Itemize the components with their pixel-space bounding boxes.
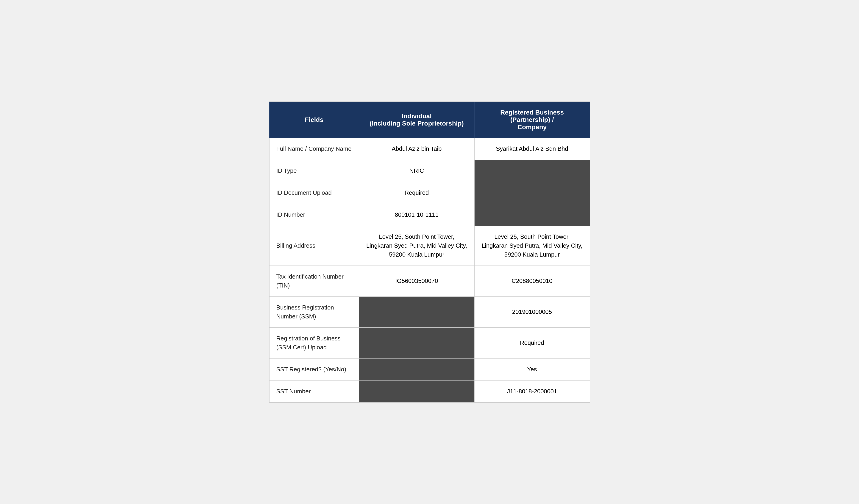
individual-value: NRIC: [359, 160, 474, 182]
header-fields: Fields: [269, 102, 359, 138]
table-row: SST Registered? (Yes/No)Yes: [269, 358, 590, 380]
business-value: J11-8018-2000001: [474, 380, 590, 402]
business-value: Required: [474, 327, 590, 358]
individual-value: Required: [359, 182, 474, 204]
field-label: ID Number: [269, 204, 359, 226]
header-individual: Individual(Including Sole Proprietorship…: [359, 102, 474, 138]
field-label: Tax Identification Number (TIN): [269, 266, 359, 297]
individual-value: [359, 297, 474, 327]
table-row: Registration of Business (SSM Cert) Uplo…: [269, 327, 590, 358]
business-value: Yes: [474, 358, 590, 380]
header-business: Registered Business (Partnership) /Compa…: [474, 102, 590, 138]
business-value: Level 25, South Point Tower,Lingkaran Sy…: [474, 226, 590, 266]
individual-value: IG56003500070: [359, 266, 474, 297]
table-header-row: Fields Individual(Including Sole Proprie…: [269, 102, 590, 138]
table-row: ID TypeNRIC: [269, 160, 590, 182]
field-label: ID Document Upload: [269, 182, 359, 204]
table-row: Tax Identification Number (TIN)IG5600350…: [269, 266, 590, 297]
table-row: Business Registration Number (SSM)201901…: [269, 297, 590, 327]
field-label: Billing Address: [269, 226, 359, 266]
field-label: ID Type: [269, 160, 359, 182]
comparison-table: Fields Individual(Including Sole Proprie…: [269, 102, 590, 403]
business-value: [474, 160, 590, 182]
field-label: SST Number: [269, 380, 359, 402]
individual-value: [359, 380, 474, 402]
individual-value: [359, 358, 474, 380]
individual-value: [359, 327, 474, 358]
business-value: C20880050010: [474, 266, 590, 297]
individual-value: Abdul Aziz bin Taib: [359, 138, 474, 160]
business-value: [474, 182, 590, 204]
individual-value: 800101-10-1111: [359, 204, 474, 226]
field-label: Business Registration Number (SSM): [269, 297, 359, 327]
table-row: ID Number800101-10-1111: [269, 204, 590, 226]
business-value: [474, 204, 590, 226]
table-row: SST NumberJ11-8018-2000001: [269, 380, 590, 402]
business-value: 201901000005: [474, 297, 590, 327]
table-row: ID Document UploadRequired: [269, 182, 590, 204]
table-row: Billing AddressLevel 25, South Point Tow…: [269, 226, 590, 266]
field-label: Full Name / Company Name: [269, 138, 359, 160]
field-label: SST Registered? (Yes/No): [269, 358, 359, 380]
table-row: Full Name / Company NameAbdul Aziz bin T…: [269, 138, 590, 160]
business-value: Syarikat Abdul Aiz Sdn Bhd: [474, 138, 590, 160]
comparison-table-wrapper: Fields Individual(Including Sole Proprie…: [269, 101, 590, 403]
field-label: Registration of Business (SSM Cert) Uplo…: [269, 327, 359, 358]
individual-value: Level 25, South Point Tower,Lingkaran Sy…: [359, 226, 474, 266]
